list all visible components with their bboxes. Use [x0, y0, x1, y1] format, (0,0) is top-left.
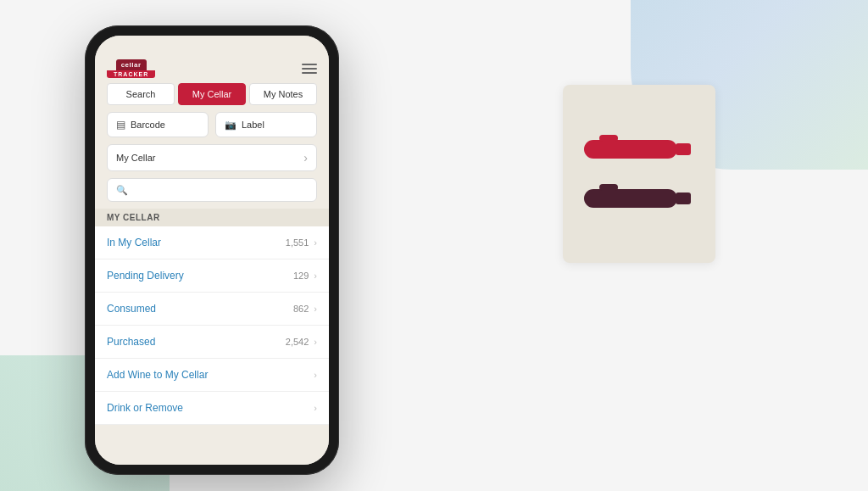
search-bar[interactable]: 🔍 [107, 178, 317, 202]
list-item-drink-or-remove[interactable]: Drink or Remove › [95, 392, 329, 425]
phone-mockup: cellar TRACKER Search My Cellar My Notes… [85, 25, 339, 475]
list-item-purchased[interactable]: Purchased 2,542 › [95, 326, 329, 359]
tab-search[interactable]: Search [107, 83, 175, 105]
list-item-add-wine[interactable]: Add Wine to My Cellar › [95, 359, 329, 392]
label-button-label: Label [242, 120, 264, 130]
logo-tracker-text: TRACKER [107, 70, 155, 78]
svg-rect-1 [676, 143, 691, 155]
svg-rect-2 [599, 135, 618, 142]
app-logo: cellar TRACKER [107, 59, 155, 78]
label-button[interactable]: 📷 Label [215, 112, 317, 137]
purchased-label: Purchased [107, 336, 155, 348]
purchased-right: 2,542 › [286, 337, 317, 347]
tab-my-cellar[interactable]: My Cellar [178, 83, 246, 105]
dropdown-container: My Cellar › [95, 144, 329, 178]
chevron-right-icon: › [314, 271, 317, 281]
chevron-right-icon: › [314, 304, 317, 314]
purchased-count: 2,542 [286, 337, 309, 347]
search-input[interactable] [133, 184, 308, 196]
pending-delivery-right: 129 › [293, 271, 317, 281]
action-buttons-row: ▤ Barcode 📷 Label [95, 112, 329, 144]
drink-or-remove-label: Drink or Remove [107, 402, 183, 414]
list-item-in-my-cellar[interactable]: In My Cellar 1,551 › [95, 226, 329, 259]
add-wine-label: Add Wine to My Cellar [107, 369, 208, 381]
drink-or-remove-right: › [314, 403, 317, 413]
pending-delivery-label: Pending Delivery [107, 270, 184, 282]
dropdown-selected-value: My Cellar [116, 153, 155, 163]
in-my-cellar-right: 1,551 › [286, 237, 317, 248]
phone-frame: cellar TRACKER Search My Cellar My Notes… [85, 25, 339, 475]
add-wine-right: › [314, 370, 317, 380]
phone-screen: cellar TRACKER Search My Cellar My Notes… [95, 36, 329, 465]
search-icon: 🔍 [116, 185, 128, 196]
camera-icon: 📷 [225, 120, 236, 131]
barcode-icon: ▤ [116, 119, 125, 131]
list-item-consumed[interactable]: Consumed 862 › [95, 293, 329, 326]
pending-delivery-count: 129 [293, 271, 309, 281]
consumed-count: 862 [293, 304, 309, 314]
wine-bottle-dark [584, 182, 694, 215]
chevron-right-icon: › [314, 403, 317, 413]
svg-rect-3 [584, 189, 677, 208]
cellar-list: In My Cellar 1,551 › Pending Delivery 12… [95, 226, 329, 465]
chevron-right-icon: › [314, 237, 317, 248]
list-item-pending-delivery[interactable]: Pending Delivery 129 › [95, 259, 329, 293]
app-header: cellar TRACKER [95, 56, 329, 83]
logo-cellar-text: cellar [116, 59, 147, 70]
status-bar [95, 36, 329, 56]
consumed-label: Consumed [107, 303, 156, 315]
hamburger-menu-button[interactable] [302, 64, 317, 74]
svg-rect-0 [584, 140, 677, 159]
consumed-right: 862 › [293, 304, 317, 314]
barcode-label: Barcode [131, 120, 165, 130]
in-my-cellar-count: 1,551 [286, 237, 309, 248]
wine-bottle-red [584, 133, 694, 165]
search-container: 🔍 [95, 178, 329, 209]
in-my-cellar-label: In My Cellar [107, 237, 161, 248]
svg-rect-5 [599, 184, 618, 191]
barcode-button[interactable]: ▤ Barcode [107, 112, 209, 137]
chevron-down-icon: › [303, 151, 308, 165]
cellar-dropdown[interactable]: My Cellar › [107, 144, 317, 171]
chevron-right-icon: › [314, 337, 317, 347]
section-header-my-cellar: MY CELLAR [95, 209, 329, 226]
tab-my-notes[interactable]: My Notes [249, 83, 317, 105]
wine-bottle-panel [563, 85, 715, 263]
svg-rect-4 [676, 192, 691, 204]
chevron-right-icon: › [314, 370, 317, 380]
tab-bar: Search My Cellar My Notes [95, 83, 329, 112]
